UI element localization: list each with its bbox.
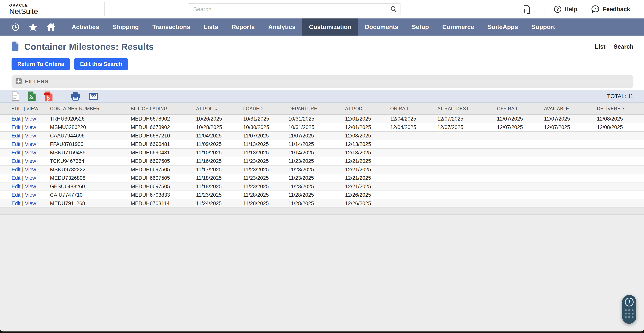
edit-link[interactable]: Edit [12,175,20,181]
feedback-button[interactable]: Feedback [591,5,630,14]
cell-on-rail [390,157,437,165]
cell-at-pod: 12/01/2025 [345,123,390,132]
column-header-loaded[interactable]: LOADED [243,103,288,114]
column-header-at-pol[interactable]: AT POL▲ [196,103,243,114]
view-link[interactable]: View [25,184,36,190]
cell-at-rail-dest: 12/07/2025 [437,114,497,123]
column-header-off-rail[interactable]: OFF RAIL [497,103,544,114]
edit-link[interactable]: Edit [12,124,20,130]
cell-off-rail: 12/07/2025 [497,114,544,123]
edit-this-search-button[interactable]: Edit this Search [74,58,128,70]
help-button[interactable]: ? Help [554,5,577,13]
recent-records-icon[interactable] [0,18,24,36]
floating-info-widget[interactable]: i [622,295,636,324]
nav-item-lists[interactable]: Lists [197,18,225,36]
shortcuts-star-icon[interactable] [24,18,42,36]
nav-item-support[interactable]: Support [525,18,562,36]
netsuite-logo[interactable]: ORACLE NetSuite [9,4,38,15]
edit-link[interactable]: Edit [12,200,20,206]
nav-item-documents[interactable]: Documents [358,18,405,36]
view-link[interactable]: View [25,133,36,138]
email-icon[interactable] [88,92,98,100]
return-to-criteria-button[interactable]: Return To Criteria [12,58,70,70]
cell-loaded: 11/13/2025 [243,148,288,157]
cell-at-pod: 12/13/2025 [345,140,390,148]
quick-add-icon[interactable] [522,4,530,14]
total-count: TOTAL: 11 [607,93,634,100]
nav-item-customization[interactable]: Customization [302,18,358,36]
nav-item-setup[interactable]: Setup [405,18,436,36]
cell-bol: MEDUH6697505 [131,165,196,174]
column-header-container-number[interactable]: CONTAINER NUMBER [50,103,131,114]
cell-bol: MEDUH6687210 [131,132,196,140]
view-link[interactable]: View [25,167,36,172]
table-row: Edit|ViewCAAU7944696MEDUH668721011/04/20… [0,132,644,140]
edit-view-separator: | [22,184,24,190]
info-icon[interactable]: i [625,298,634,306]
edit-link[interactable]: Edit [12,116,20,122]
cell-edit-view: Edit|View [0,199,50,208]
nav-item-suiteapps[interactable]: SuiteApps [481,18,524,36]
export-excel-icon[interactable] [28,91,36,101]
edit-link[interactable]: Edit [12,184,20,190]
cell-available [544,165,597,174]
column-header-at-pod[interactable]: AT POD [345,103,390,114]
view-link[interactable]: View [25,200,36,206]
table-footer-strip [0,208,644,215]
view-link[interactable]: View [25,124,36,130]
column-header-edit-view[interactable]: EDIT | VIEW [0,103,50,114]
search-input[interactable] [189,3,400,16]
nav-item-shipping[interactable]: Shipping [106,18,146,36]
column-header-available[interactable]: AVAILABLE [544,103,597,114]
nav-item-commerce[interactable]: Commerce [436,18,481,36]
netsuite-window: ORACLE NetSuite ? Help Feedback [0,0,644,332]
home-icon[interactable] [42,18,60,36]
view-link[interactable]: View [25,116,36,122]
print-icon[interactable] [71,92,80,100]
view-link[interactable]: View [25,141,36,147]
cell-loaded: 11/23/2025 [243,182,288,191]
column-header-delivered[interactable]: DELIVERED [597,103,644,114]
cell-delivered: 12/08/2025 [597,114,644,123]
edit-link[interactable]: Edit [12,192,20,198]
edit-link[interactable]: Edit [12,133,20,138]
filters-expand-icon[interactable] [16,78,22,85]
view-link[interactable]: View [25,192,36,198]
cell-on-rail [390,199,437,208]
export-pdf-icon[interactable] [44,91,53,101]
view-link[interactable]: View [25,150,36,156]
column-header-departure[interactable]: DEPARTURE [288,103,345,114]
edit-link[interactable]: Edit [12,150,20,156]
search-icon[interactable] [390,6,397,14]
header-divider-2 [544,2,544,16]
cell-available [544,182,597,191]
edit-link[interactable]: Edit [12,141,20,147]
export-csv-icon[interactable] [12,91,20,101]
column-label: LOADED [243,106,263,111]
help-label: Help [564,6,577,13]
column-header-bill-of-lading[interactable]: BILL OF LADING [131,103,196,114]
cell-container: MSNU7159486 [50,148,131,157]
cell-edit-view: Edit|View [0,174,50,182]
filters-expander[interactable]: FILTERS [12,75,634,88]
view-link[interactable]: View [25,175,36,181]
cell-off-rail [497,132,544,140]
nav-item-reports[interactable]: Reports [225,18,262,36]
view-link[interactable]: View [25,158,36,164]
nav-item-transactions[interactable]: Transactions [146,18,197,36]
cell-delivered [597,199,644,208]
column-header-at-rail-dest[interactable]: AT RAIL DEST. [437,103,497,114]
dialer-grid-icon[interactable] [625,309,634,318]
cell-off-rail [497,182,544,191]
edit-link[interactable]: Edit [12,158,20,164]
search-link[interactable]: Search [614,43,634,50]
nav-item-activities[interactable]: Activities [65,18,106,36]
edit-link[interactable]: Edit [12,167,20,172]
column-header-on-rail[interactable]: ON RAIL [390,103,437,114]
list-link[interactable]: List [595,43,605,50]
nav-item-analytics[interactable]: Analytics [262,18,302,36]
cell-at-pod: 12/21/2025 [345,157,390,165]
cell-available [544,174,597,182]
column-label: EDIT | VIEW [12,106,39,111]
table-row: Edit|ViewMSMU3286220MEDUH667890210/28/20… [0,123,644,132]
